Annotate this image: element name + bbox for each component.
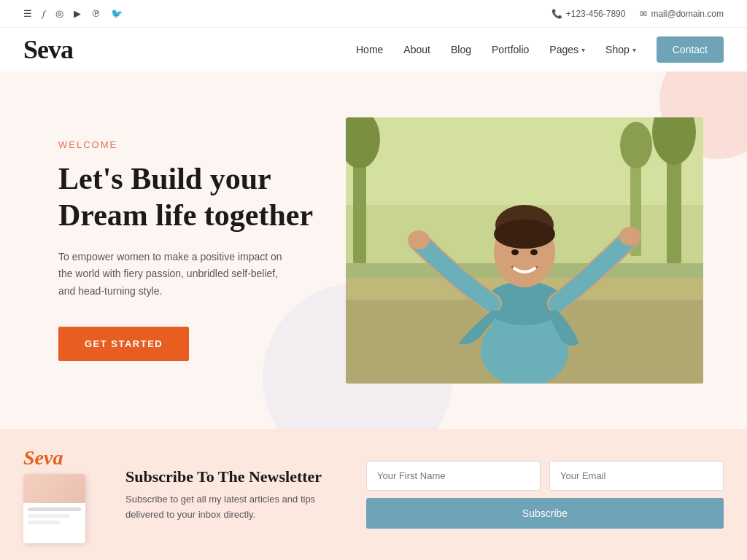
svg-point-16 — [494, 219, 555, 249]
subscribe-button[interactable]: Subscribe — [366, 498, 724, 529]
newsletter-section: Seva Subscribe To The Newsletter Subscri… — [0, 429, 747, 560]
phone-number: +123-456-7890 — [566, 9, 626, 19]
svg-point-19 — [408, 230, 430, 249]
phone-info: 📞 +123-456-7890 — [551, 9, 626, 19]
nav-portfolio[interactable]: Portfolio — [492, 44, 529, 55]
hero-title: Let's Build your Dream life together — [58, 160, 336, 234]
phone-icon: 📞 — [551, 9, 562, 19]
hero-welcome-label: Welcome — [58, 139, 336, 150]
newsletter-text: Subscribe To The Newsletter Subscribe to… — [125, 467, 344, 523]
first-name-input[interactable] — [366, 461, 541, 491]
svg-point-17 — [511, 249, 519, 255]
pinterest-icon[interactable]: ℗ — [91, 8, 101, 20]
shop-dropdown-arrow: ▾ — [632, 46, 636, 54]
newsletter-logo: Seva — [23, 446, 104, 470]
svg-rect-2 — [346, 117, 703, 205]
nav-shop[interactable]: Shop ▾ — [605, 44, 636, 55]
email-address: mail@domain.com — [651, 9, 724, 19]
hero-description: To empower women to make a positive impa… — [58, 249, 292, 300]
youtube-icon[interactable]: ▶ — [74, 8, 81, 20]
svg-point-20 — [619, 227, 641, 246]
header: Seva Home About Blog Portfolio Pages ▾ S… — [0, 28, 747, 71]
nav-blog[interactable]: Blog — [451, 44, 471, 55]
hero-content: Welcome Let's Build your Dream life toge… — [58, 139, 336, 361]
nav-pages[interactable]: Pages ▾ — [549, 44, 585, 55]
main-nav: Home About Blog Portfolio Pages ▾ Shop ▾… — [356, 36, 724, 63]
get-started-button[interactable]: GET STARTED — [58, 327, 189, 361]
nav-home[interactable]: Home — [356, 44, 383, 55]
hero-image-wrapper — [336, 117, 703, 384]
instagram-icon[interactable]: ◎ — [55, 8, 63, 20]
newsletter-form: Subscribe — [366, 461, 724, 529]
form-fields-row — [366, 461, 724, 491]
newsletter-title: Subscribe To The Newsletter — [125, 467, 344, 486]
facebook-icon[interactable]: 𝑓 — [42, 8, 45, 20]
email-icon: ✉ — [640, 9, 647, 19]
svg-point-18 — [530, 249, 538, 255]
twitter-icon[interactable]: 🐦 — [111, 8, 123, 20]
newsletter-subtitle: Subscribe to get all my latest articles … — [125, 492, 344, 523]
email-input[interactable] — [549, 461, 724, 491]
nav-about[interactable]: About — [403, 44, 430, 55]
email-info: ✉ mail@domain.com — [640, 9, 724, 19]
top-bar: ☰ 𝑓 ◎ ▶ ℗ 🐦 📞 +123-456-7890 ✉ mail@domai… — [0, 0, 747, 28]
contact-button[interactable]: Contact — [657, 36, 724, 63]
social-links: ☰ 𝑓 ◎ ▶ ℗ 🐦 — [23, 8, 123, 20]
hero-image — [346, 117, 703, 384]
hamburger-icon[interactable]: ☰ — [23, 8, 32, 20]
newsletter-logo-area: Seva — [23, 446, 104, 543]
pages-dropdown-arrow: ▾ — [581, 46, 585, 54]
site-logo[interactable]: Seva — [23, 34, 73, 65]
contact-info: 📞 +123-456-7890 ✉ mail@domain.com — [551, 9, 724, 19]
svg-point-8 — [620, 122, 652, 168]
hero-section: Welcome Let's Build your Dream life toge… — [0, 71, 747, 429]
